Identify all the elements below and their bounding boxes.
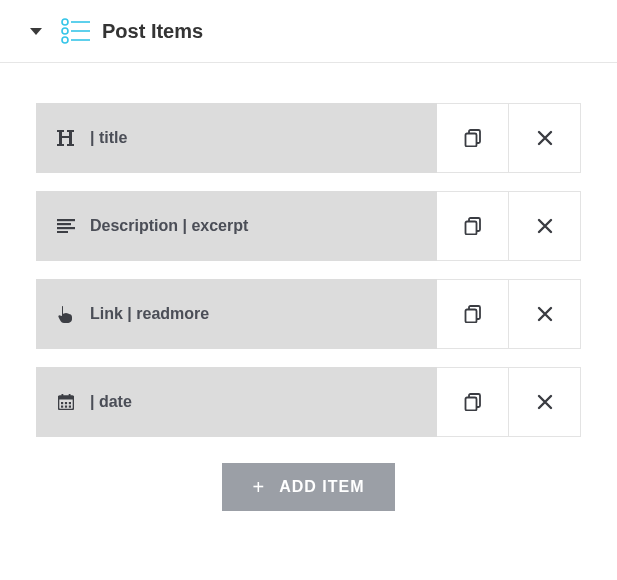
item-label: Link | readmore xyxy=(90,305,209,323)
plus-icon: + xyxy=(252,477,265,497)
duplicate-button[interactable] xyxy=(437,279,509,349)
add-item-label: ADD ITEM xyxy=(279,478,364,496)
svg-rect-15 xyxy=(465,310,476,323)
remove-button[interactable] xyxy=(509,367,581,437)
pointer-icon xyxy=(56,305,76,323)
item-row: Description | excerpt xyxy=(36,191,581,261)
calendar-icon xyxy=(56,394,76,410)
copy-icon xyxy=(464,305,482,323)
svg-point-2 xyxy=(62,37,68,43)
item-row: Link | readmore xyxy=(36,279,581,349)
svg-rect-7 xyxy=(465,134,476,147)
remove-button[interactable] xyxy=(509,103,581,173)
add-item-button[interactable]: + ADD ITEM xyxy=(222,463,394,511)
item-row: | title xyxy=(36,103,581,173)
svg-point-0 xyxy=(62,19,68,25)
items-list: | title Description | excerpt xyxy=(0,63,617,511)
copy-icon xyxy=(464,393,482,411)
close-icon xyxy=(537,394,553,410)
svg-rect-23 xyxy=(61,406,63,408)
svg-rect-25 xyxy=(69,406,71,408)
list-icon xyxy=(60,18,90,44)
svg-rect-13 xyxy=(465,222,476,235)
item-main[interactable]: Description | excerpt xyxy=(36,191,437,261)
heading-icon xyxy=(56,130,76,146)
item-label: Description | excerpt xyxy=(90,217,248,235)
item-label: | title xyxy=(90,129,127,147)
svg-rect-24 xyxy=(65,406,67,408)
svg-point-1 xyxy=(62,28,68,34)
remove-button[interactable] xyxy=(509,279,581,349)
item-row: | date xyxy=(36,367,581,437)
item-main[interactable]: Link | readmore xyxy=(36,279,437,349)
svg-rect-20 xyxy=(61,402,63,404)
copy-icon xyxy=(464,129,482,147)
add-item-wrap: + ADD ITEM xyxy=(36,455,581,511)
svg-rect-18 xyxy=(62,394,64,397)
svg-rect-10 xyxy=(57,227,75,229)
item-main[interactable]: | date xyxy=(36,367,437,437)
close-icon xyxy=(537,130,553,146)
duplicate-button[interactable] xyxy=(437,191,509,261)
copy-icon xyxy=(464,217,482,235)
item-label: | date xyxy=(90,393,132,411)
svg-rect-22 xyxy=(69,402,71,404)
svg-rect-27 xyxy=(465,398,476,411)
svg-rect-19 xyxy=(69,394,71,397)
duplicate-button[interactable] xyxy=(437,367,509,437)
duplicate-button[interactable] xyxy=(437,103,509,173)
section-title: Post Items xyxy=(102,20,203,43)
item-main[interactable]: | title xyxy=(36,103,437,173)
close-icon xyxy=(537,306,553,322)
close-icon xyxy=(537,218,553,234)
svg-rect-21 xyxy=(65,402,67,404)
section-header[interactable]: Post Items xyxy=(0,0,617,63)
svg-rect-9 xyxy=(57,223,71,225)
collapse-caret-icon xyxy=(30,28,42,35)
paragraph-icon xyxy=(56,219,76,233)
svg-rect-8 xyxy=(57,219,75,221)
svg-rect-11 xyxy=(57,231,68,233)
svg-rect-17 xyxy=(59,396,74,400)
remove-button[interactable] xyxy=(509,191,581,261)
